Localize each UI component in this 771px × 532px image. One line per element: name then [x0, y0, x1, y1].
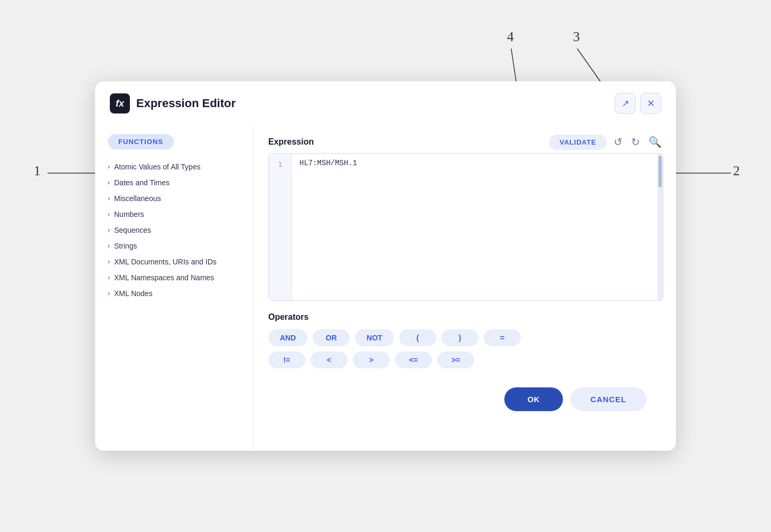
- expression-header: Expression VALIDATE ↺ ↻ 🔍: [268, 134, 663, 150]
- line-numbers: 1: [269, 154, 292, 300]
- functions-badge[interactable]: FUNCTIONS: [108, 134, 174, 149]
- expression-section: Expression VALIDATE ↺ ↻ 🔍 1 HL7:MSH/MSH.…: [268, 134, 663, 301]
- svg-text:1: 1: [34, 163, 41, 178]
- svg-text:3: 3: [573, 29, 580, 44]
- tree-item-strings[interactable]: › Strings: [95, 238, 253, 254]
- expression-line-1: HL7:MSH/MSH.1: [299, 159, 357, 167]
- dialog-footer: OK CANCEL: [268, 377, 663, 424]
- op-close-paren[interactable]: ): [441, 329, 478, 346]
- expression-editor-dialog: fx Expression Editor ↗ ✕ FUNCTIONS › Ato…: [95, 81, 676, 451]
- expression-controls: VALIDATE ↺ ↻ 🔍: [549, 134, 663, 150]
- tree-item-label: Dates and Times: [114, 178, 170, 187]
- validate-button[interactable]: VALIDATE: [549, 135, 607, 150]
- operators-section: Operators AND OR NOT ( ) = != < > <=: [268, 312, 663, 368]
- tree-item-label: Strings: [114, 242, 137, 250]
- svg-text:2: 2: [733, 163, 740, 178]
- tree-item-label: Numbers: [114, 210, 144, 218]
- fx-icon: fx: [110, 93, 130, 113]
- tree-item-label: XML Documents, URIs and IDs: [114, 258, 217, 266]
- tree-item-numbers[interactable]: › Numbers: [95, 206, 253, 222]
- right-panel: Expression VALIDATE ↺ ↻ 🔍 1 HL7:MSH/MSH.…: [253, 124, 676, 451]
- op-open-paren[interactable]: (: [399, 329, 436, 346]
- tree-item-xml-nodes[interactable]: › XML Nodes: [95, 286, 253, 301]
- dialog-header: fx Expression Editor ↗ ✕: [95, 81, 676, 124]
- tree-item-label: Miscellaneous: [114, 194, 161, 203]
- op-less-equal[interactable]: <=: [395, 352, 432, 368]
- tree-item-dates[interactable]: › Dates and Times: [95, 175, 253, 191]
- expression-title: Expression: [268, 137, 314, 147]
- op-and[interactable]: AND: [268, 329, 307, 346]
- cancel-button[interactable]: CANCEL: [570, 387, 646, 411]
- scrollbar[interactable]: [657, 154, 663, 300]
- ok-button[interactable]: OK: [504, 387, 563, 411]
- tree-item-sequences[interactable]: › Sequences: [95, 222, 253, 238]
- redo-icon[interactable]: ↻: [629, 134, 642, 150]
- chevron-icon: ›: [108, 242, 110, 250]
- operators-title: Operators: [268, 312, 663, 322]
- scrollbar-thumb: [659, 156, 662, 187]
- expression-content[interactable]: HL7:MSH/MSH.1: [292, 154, 657, 300]
- chevron-icon: ›: [108, 226, 110, 234]
- dialog-title: Expression Editor: [136, 97, 236, 110]
- tree-item-xml-docs[interactable]: › XML Documents, URIs and IDs: [95, 254, 253, 270]
- op-greater-than[interactable]: >: [353, 352, 390, 368]
- tree-item-misc[interactable]: › Miscellaneous: [95, 191, 253, 206]
- tree-item-label: XML Namespaces and Names: [114, 273, 214, 282]
- tree-item-label: XML Nodes: [114, 289, 153, 298]
- tree-item-label: Sequences: [114, 226, 151, 234]
- close-button[interactable]: ✕: [640, 93, 661, 114]
- title-row: fx Expression Editor: [110, 93, 236, 113]
- op-or[interactable]: OR: [313, 329, 350, 346]
- chevron-icon: ›: [108, 258, 110, 265]
- op-less-than[interactable]: <: [311, 352, 347, 368]
- chevron-icon: ›: [108, 290, 110, 297]
- chevron-icon: ›: [108, 163, 110, 170]
- operator-row-2: != < > <= >=: [268, 352, 663, 368]
- operator-row-1: AND OR NOT ( ) =: [268, 329, 663, 346]
- close-icon: ✕: [647, 98, 655, 109]
- expand-icon: ↗: [622, 98, 629, 109]
- chevron-icon: ›: [108, 211, 110, 218]
- tree-item-xml-ns[interactable]: › XML Namespaces and Names: [95, 270, 253, 286]
- undo-icon[interactable]: ↺: [612, 134, 624, 150]
- operator-buttons: AND OR NOT ( ) = != < > <= >=: [268, 329, 663, 368]
- op-equals[interactable]: =: [484, 329, 521, 346]
- line-number-1: 1: [273, 159, 287, 170]
- op-not[interactable]: NOT: [355, 329, 394, 346]
- left-panel: FUNCTIONS › Atomic Values of All Types ›…: [95, 124, 253, 451]
- tree-item-atomic[interactable]: › Atomic Values of All Types: [95, 159, 253, 175]
- chevron-icon: ›: [108, 195, 110, 202]
- header-controls: ↗ ✕: [615, 93, 661, 114]
- op-greater-equal[interactable]: >=: [437, 352, 474, 368]
- search-icon[interactable]: 🔍: [647, 134, 663, 150]
- dialog-body: FUNCTIONS › Atomic Values of All Types ›…: [95, 124, 676, 451]
- chevron-icon: ›: [108, 274, 110, 281]
- svg-text:4: 4: [507, 29, 514, 44]
- tree-item-label: Atomic Values of All Types: [114, 163, 201, 171]
- op-not-equals[interactable]: !=: [268, 352, 305, 368]
- expression-editor[interactable]: 1 HL7:MSH/MSH.1: [268, 153, 663, 301]
- expand-button[interactable]: ↗: [615, 93, 636, 114]
- chevron-icon: ›: [108, 179, 110, 186]
